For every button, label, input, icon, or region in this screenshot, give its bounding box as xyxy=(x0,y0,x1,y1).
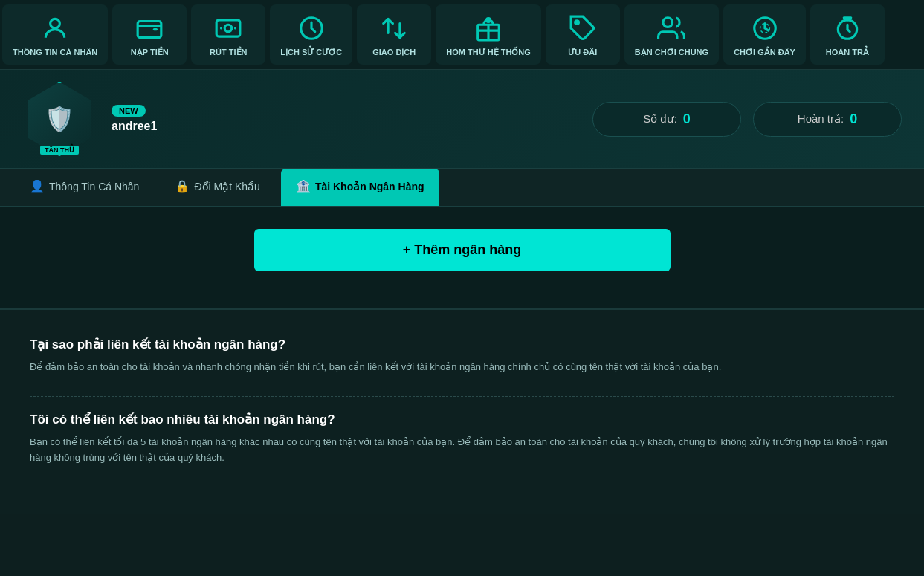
coins-icon xyxy=(749,12,781,45)
faq-section: Tại sao phải liên kết tài khoản ngân hàn… xyxy=(0,308,924,513)
person-icon xyxy=(39,12,71,45)
balance-label: Số dư: xyxy=(643,112,677,126)
nav-label-uu-dai: ƯU ĐÃI xyxy=(568,48,597,57)
swap-icon xyxy=(378,12,410,45)
nav-label-hoan-tra: HOÀN TRẢ xyxy=(826,48,869,57)
balance-card: Số dư: 0 xyxy=(592,102,741,137)
sub-nav-thong-tin[interactable]: 👤 Thông Tin Cá Nhân xyxy=(15,169,154,206)
nav-label-lich-su-cuoc: LỊCH SỬ CƯỢC xyxy=(280,48,342,57)
user-badge: NEW xyxy=(112,105,146,117)
balance-area: Số dư: 0 Hoàn trả: 0 xyxy=(592,102,902,137)
svg-point-6 xyxy=(487,19,491,22)
person-sub-icon: 👤 xyxy=(30,179,45,193)
nav-item-hoan-tra[interactable]: HOÀN TRẢ xyxy=(810,4,885,65)
sub-nav-label-doi-mat-khau: Đổi Mật Khẩu xyxy=(194,181,259,192)
nav-label-hom-thu: HÒM THƯ HỆ THỐNG xyxy=(446,48,531,57)
faq-divider xyxy=(30,396,894,397)
nav-label-thong-tin-ca-nhan: THÔNG TIN CÁ NHÂN xyxy=(13,48,97,57)
sub-nav-label-tai-khoan-ngan-hang: Tài Khoản Ngân Hàng xyxy=(315,181,424,192)
nav-label-choi-gan-day: CHƠI GẦN ĐÂY xyxy=(734,48,795,57)
nav-item-lich-su-cuoc[interactable]: LỊCH SỬ CƯỢC xyxy=(270,4,352,65)
faq-answer-1: Bạn có thể liên kết tối đa 5 tài khoản n… xyxy=(30,435,894,466)
timer-icon xyxy=(831,12,864,45)
nav-item-thong-tin-ca-nhan[interactable]: THÔNG TIN CÁ NHÂN xyxy=(2,4,108,65)
sub-nav-label-thong-tin: Thông Tin Cá Nhân xyxy=(49,181,139,192)
clock-icon xyxy=(295,12,328,45)
username: andree1 xyxy=(112,120,157,133)
sub-navigation: 👤 Thông Tin Cá Nhân 🔒 Đổi Mật Khẩu 🏦 Tài… xyxy=(0,169,924,207)
svg-point-0 xyxy=(51,19,60,28)
nav-label-nap-tien: NẠP TIỀN xyxy=(131,48,169,57)
faq-item-1: Tôi có thể liên kết bao nhiêu tài khoản … xyxy=(30,412,894,466)
profile-banner: 🛡️ TÂN THỦ NEW andree1 Số dư: 0 Hoàn trả… xyxy=(0,70,924,169)
cashback-label: Hoàn trả: xyxy=(798,112,844,126)
nav-label-ban-choi-chung: BẠN CHƠI CHUNG xyxy=(635,48,708,57)
add-bank-section: + Thêm ngân hàng xyxy=(0,207,924,308)
user-info: NEW andree1 xyxy=(112,105,157,133)
lock-sub-icon: 🔒 xyxy=(175,179,190,193)
nav-item-hom-thu[interactable]: HÒM THƯ HỆ THỐNG xyxy=(436,4,541,65)
cashback-value: 0 xyxy=(850,111,857,127)
nav-item-uu-dai[interactable]: ƯU ĐÃI xyxy=(546,4,620,65)
faq-answer-0: Để đảm bảo an toàn cho tài khoản và nhan… xyxy=(30,360,894,375)
tag-icon xyxy=(566,12,599,45)
svg-point-3 xyxy=(225,25,233,32)
avatar: 🛡️ TÂN THỦ xyxy=(22,82,97,156)
add-bank-button[interactable]: + Thêm ngân hàng xyxy=(254,229,671,271)
cash-icon xyxy=(212,12,245,45)
nav-item-rut-tien[interactable]: RÚT TIỀN xyxy=(191,4,265,65)
nav-item-ban-choi-chung[interactable]: BẠN CHƠI CHUNG xyxy=(624,4,719,65)
sub-nav-doi-mat-khau[interactable]: 🔒 Đổi Mật Khẩu xyxy=(160,169,274,206)
cashback-card: Hoàn trả: 0 xyxy=(753,102,902,137)
wallet-icon xyxy=(133,12,166,45)
balance-value: 0 xyxy=(683,111,691,127)
rank-label: TÂN THỦ xyxy=(40,146,79,155)
nav-label-rut-tien: RÚT TIỀN xyxy=(210,48,247,57)
nav-label-giao-dich: GIAO DỊCH xyxy=(372,48,416,57)
nav-item-choi-gan-day[interactable]: CHƠI GẦN ĐÂY xyxy=(723,4,806,65)
svg-point-8 xyxy=(663,18,673,27)
nav-item-nap-tien[interactable]: NẠP TIỀN xyxy=(112,4,187,65)
sub-nav-tai-khoan-ngan-hang[interactable]: 🏦 Tài Khoản Ngân Hàng xyxy=(281,169,439,206)
users-icon xyxy=(655,12,688,45)
top-navigation: THÔNG TIN CÁ NHÂN NẠP TIỀN RÚT TIỀN LỊCH… xyxy=(0,0,924,70)
avatar-hexagon: 🛡️ xyxy=(22,82,97,156)
faq-question-1: Tôi có thể liên kết bao nhiêu tài khoản … xyxy=(30,412,894,427)
svg-point-7 xyxy=(575,21,579,25)
gift-icon xyxy=(472,12,505,45)
nav-item-giao-dich[interactable]: GIAO DỊCH xyxy=(357,4,431,65)
faq-question-0: Tại sao phải liên kết tài khoản ngân hàn… xyxy=(30,337,894,352)
faq-item-0: Tại sao phải liên kết tài khoản ngân hàn… xyxy=(30,337,894,375)
bank-sub-icon: 🏦 xyxy=(296,179,311,193)
